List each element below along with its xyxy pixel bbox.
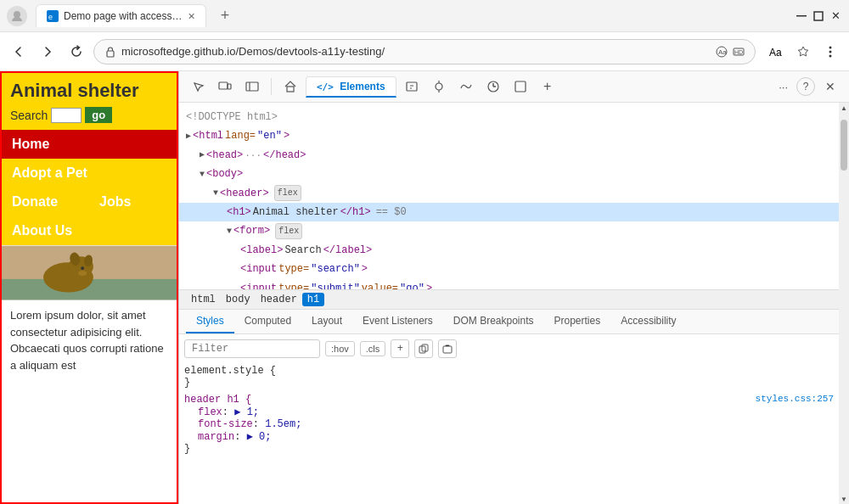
site-title: Animal shelter	[10, 80, 168, 102]
tree-form[interactable]: ▼ <form> flex	[179, 221, 839, 240]
tab-layout[interactable]: Layout	[301, 310, 352, 333]
nav-donate[interactable]: Donate	[2, 188, 89, 216]
search-input[interactable]	[51, 108, 82, 123]
inspect-element-button[interactable]	[186, 75, 210, 98]
bottom-panel-tabs: Styles Computed Layout Event Listeners D…	[179, 310, 839, 334]
go-button[interactable]: go	[85, 107, 112, 123]
scrollbar-up-arrow[interactable]: ▲	[839, 103, 849, 113]
tab-title: Demo page with accessibility iss...	[64, 10, 183, 22]
tree-h1[interactable]: <h1>Animal shelter</h1> == $0	[179, 203, 839, 221]
nav-jobs[interactable]: Jobs	[89, 188, 177, 216]
style-link-styles-css[interactable]: styles.css:257	[756, 394, 834, 406]
breadcrumb-html[interactable]: html	[186, 293, 221, 306]
devtools-main-content: <!DOCTYPE html> ▶ <html lang="en"> ▶ <he…	[179, 103, 839, 504]
tree-input-submit[interactable]: <input type="submit" value="go">	[179, 279, 839, 289]
profile-icon: Aa	[716, 46, 728, 58]
elements-tab-icon: </>	[317, 81, 334, 92]
svg-rect-2	[796, 15, 807, 17]
flex-prop: flex	[198, 406, 222, 418]
nav-home[interactable]: Home	[2, 130, 177, 159]
main-area: Animal shelter Search go Home Adopt a Pe…	[0, 71, 849, 504]
tab-close-button[interactable]: ✕	[188, 11, 195, 22]
lock-icon	[104, 46, 116, 58]
refresh-button[interactable]	[65, 40, 88, 64]
svg-rect-3	[814, 12, 823, 20]
add-devtools-tab-button[interactable]: +	[536, 75, 559, 98]
scrollbar-down-arrow[interactable]: ▼	[839, 494, 849, 504]
tab-event-listeners[interactable]: Event Listeners	[352, 310, 443, 333]
minimize-button[interactable]	[795, 9, 808, 23]
svg-point-11	[829, 50, 832, 53]
devtools-more-button[interactable]: ···	[773, 81, 793, 93]
user-avatar[interactable]	[7, 6, 27, 26]
expand-head[interactable]: ▶	[200, 148, 205, 162]
copy-element-button[interactable]	[414, 339, 433, 358]
accessibility-tree-button[interactable]	[427, 75, 451, 98]
favorites-button[interactable]	[791, 40, 815, 64]
svg-text:HD: HD	[734, 49, 743, 55]
svg-point-12	[829, 54, 832, 57]
navigation-bar: microsoftedge.github.io/Demos/devtools-a…	[0, 32, 849, 71]
maximize-button[interactable]	[812, 9, 825, 23]
styles-filter-input[interactable]	[184, 339, 320, 358]
home-button[interactable]	[278, 75, 302, 98]
url-text: microsoftedge.github.io/Demos/devtools-a…	[121, 45, 711, 58]
nav-about[interactable]: About Us	[2, 216, 177, 245]
nav-adopt[interactable]: Adopt a Pet	[2, 159, 177, 188]
window-controls: ✕	[795, 9, 842, 23]
breadcrumb-body[interactable]: body	[221, 293, 256, 306]
screen-reader-button[interactable]	[400, 75, 424, 98]
hov-button[interactable]: :hov	[325, 341, 355, 356]
tab-properties[interactable]: Properties	[544, 310, 611, 333]
tree-input-search[interactable]: <input type="search">	[179, 260, 839, 278]
browser-tab[interactable]: e Demo page with accessibility iss... ✕	[36, 4, 206, 27]
performance-monitor-button[interactable]	[481, 75, 505, 98]
force-element-state-button[interactable]	[438, 339, 457, 358]
forward-button[interactable]	[36, 40, 59, 64]
svg-rect-23	[246, 82, 258, 91]
header-h1-selector: header h1 {	[184, 394, 251, 406]
element-style-block: element.style { }	[184, 365, 834, 389]
tree-label[interactable]: <label>Search</label>	[179, 241, 839, 260]
tree-header[interactable]: ▼ <header> flex	[179, 184, 839, 203]
address-bar[interactable]: microsoftedge.github.io/Demos/devtools-a…	[93, 39, 756, 64]
tab-dom-breakpoints[interactable]: DOM Breakpoints	[443, 310, 544, 333]
more-button[interactable]	[818, 40, 842, 64]
svg-rect-34	[443, 346, 452, 353]
expand-body[interactable]: ▼	[200, 167, 205, 182]
add-style-rule-button[interactable]: +	[391, 339, 409, 358]
sidebar-toggle-button[interactable]	[240, 75, 264, 98]
svg-point-0	[14, 11, 20, 18]
expand-html[interactable]: ▶	[186, 129, 191, 143]
layers-button[interactable]	[509, 75, 532, 98]
expand-header[interactable]: ▼	[213, 186, 218, 200]
network-conditions-button[interactable]	[454, 75, 478, 98]
nav-actions: Aа	[764, 40, 842, 64]
devtools-scrollbar[interactable]: ▲ ▼	[839, 103, 849, 504]
cls-button[interactable]: .cls	[360, 341, 386, 356]
device-emulation-button[interactable]	[213, 75, 237, 98]
pet-image	[2, 245, 177, 300]
devtools-help-button[interactable]: ?	[796, 77, 815, 96]
devtools-close-button[interactable]: ✕	[818, 75, 842, 98]
elements-tab[interactable]: </> Elements	[306, 76, 396, 98]
margin-val: ▶ 0;	[247, 431, 272, 443]
tab-computed[interactable]: Computed	[234, 310, 301, 333]
tab-favicon: e	[47, 10, 59, 22]
back-button[interactable]	[7, 40, 31, 64]
element-style-close: }	[184, 377, 190, 389]
tree-body[interactable]: ▼ <body>	[179, 165, 839, 183]
expand-form[interactable]: ▼	[227, 224, 232, 238]
close-button[interactable]: ✕	[829, 9, 842, 23]
tree-html[interactable]: ▶ <html lang="en">	[179, 126, 839, 145]
scrollbar-thumb[interactable]	[841, 120, 847, 171]
svg-point-27	[436, 83, 442, 90]
breadcrumb-h1[interactable]: h1	[302, 293, 324, 306]
tree-head[interactable]: ▶ <head> ··· </head>	[179, 146, 839, 165]
new-tab-button[interactable]: +	[213, 4, 237, 28]
read-aloud-button[interactable]: Aа	[764, 40, 788, 64]
tab-accessibility[interactable]: Accessibility	[610, 310, 686, 333]
breadcrumb-header[interactable]: header	[256, 293, 302, 306]
tab-styles[interactable]: Styles	[186, 310, 234, 333]
svg-rect-31	[515, 81, 526, 92]
